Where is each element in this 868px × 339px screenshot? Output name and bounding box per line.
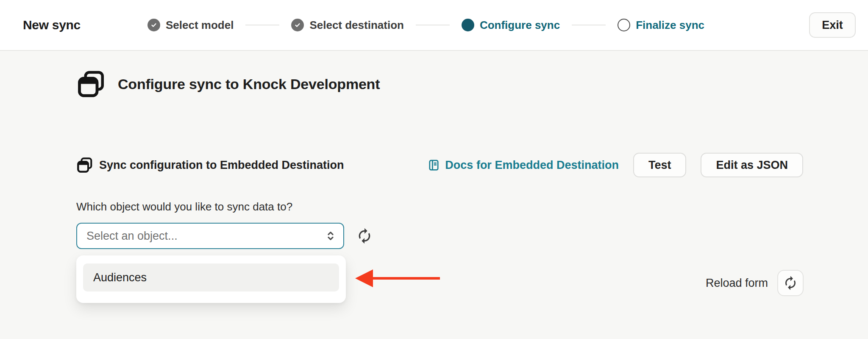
step-connector (572, 25, 606, 25)
page-heading-row: Configure sync to Knock Development (76, 69, 380, 99)
step-select-destination[interactable]: Select destination (291, 19, 404, 32)
docs-link[interactable]: Docs for Embedded Destination (427, 159, 619, 172)
step-connector (416, 25, 450, 25)
section-heading: Sync configuration to Embedded Destinati… (99, 159, 344, 172)
wizard-header: New sync Select model Select destination… (0, 0, 868, 51)
stepper: Select model Select destination Configur… (147, 19, 704, 32)
check-icon (147, 19, 160, 31)
exit-button[interactable]: Exit (809, 12, 856, 38)
active-step-dot (462, 19, 474, 31)
refresh-objects-button[interactable] (356, 227, 373, 244)
step-label: Finalize sync (636, 19, 704, 32)
dropdown-option-audiences[interactable]: Audiences (83, 263, 339, 291)
edit-as-json-button[interactable]: Edit as JSON (701, 153, 803, 177)
chevron-up-down-icon (324, 229, 337, 243)
step-label: Select destination (309, 19, 404, 32)
upcoming-step-circle (618, 19, 630, 31)
page-title: New sync (23, 18, 81, 32)
object-select-dropdown: Audiences (76, 255, 346, 303)
page-heading: Configure sync to Knock Development (118, 76, 380, 92)
step-finalize-sync[interactable]: Finalize sync (618, 19, 704, 32)
reload-form-button[interactable] (777, 270, 804, 296)
book-icon (427, 159, 440, 172)
test-button[interactable]: Test (633, 153, 687, 177)
destination-window-icon (76, 157, 93, 174)
docs-link-label: Docs for Embedded Destination (445, 159, 619, 172)
check-icon (291, 19, 304, 31)
step-select-model[interactable]: Select model (147, 19, 234, 32)
reload-form-label: Reload form (706, 277, 768, 290)
object-select-placeholder: Select an object... (86, 230, 324, 243)
section-actions: Docs for Embedded Destination Test Edit … (427, 153, 803, 177)
section-header-row: Sync configuration to Embedded Destinati… (76, 152, 803, 178)
object-question-label: Which object would you like to sync data… (76, 200, 292, 213)
step-configure-sync[interactable]: Configure sync (462, 19, 560, 32)
step-label: Select model (166, 19, 234, 32)
step-label: Configure sync (480, 19, 560, 32)
red-arrow-annotation (354, 267, 442, 289)
object-select[interactable]: Select an object... (76, 223, 344, 249)
reload-form-row: Reload form (706, 270, 804, 296)
refresh-icon (783, 275, 798, 291)
step-connector (245, 25, 279, 25)
destination-window-icon (76, 69, 106, 99)
refresh-icon (356, 227, 373, 244)
